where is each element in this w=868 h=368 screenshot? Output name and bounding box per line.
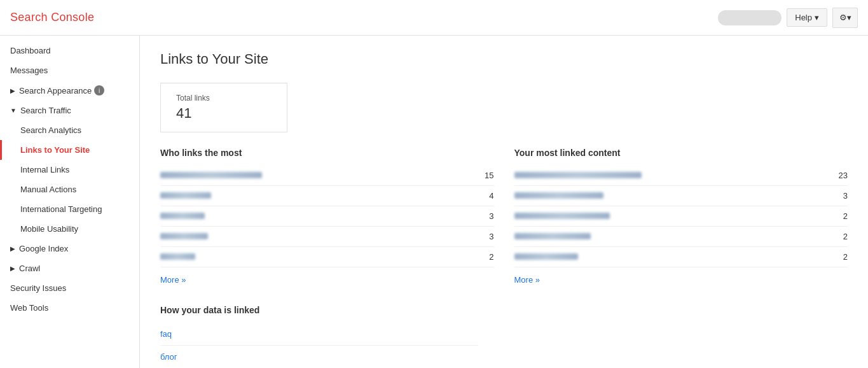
total-links-count: 41	[176, 105, 272, 122]
sidebar-item-google-index[interactable]: ▶ Google Index	[0, 239, 139, 258]
link-count: 4	[479, 191, 494, 201]
more-left-link[interactable]: More »	[160, 275, 186, 285]
link-bar-container	[160, 232, 469, 241]
blurred-link-text	[160, 213, 205, 219]
link-count: 2	[832, 211, 848, 221]
sidebar-item-dashboard[interactable]: Dashboard	[0, 41, 139, 60]
more-right-link[interactable]: More »	[514, 275, 540, 285]
sidebar-item-search-appearance[interactable]: ▶ Search Appearance i	[0, 80, 139, 101]
header-right: Help ▾ ⚙ ▾	[718, 8, 858, 28]
blurred-link-text	[514, 253, 578, 260]
most-linked-column: Your most linked content 23 3 2 2 2 More…	[514, 148, 848, 285]
sidebar-item-internal-links[interactable]: Internal Links	[0, 160, 139, 180]
sidebar: Dashboard Messages ▶ Search Appearance i…	[0, 36, 140, 368]
user-avatar	[718, 10, 782, 25]
arrow-icon: ▶	[10, 265, 15, 272]
link-bar-container	[514, 211, 823, 221]
blurred-link-text	[160, 233, 208, 239]
blurred-link-text	[514, 233, 591, 239]
link-count: 15	[479, 171, 494, 180]
blurred-link-text	[160, 172, 262, 178]
link-count: 3	[479, 211, 494, 221]
most-linked-rows: 23 3 2 2 2	[514, 166, 848, 267]
link-count: 2	[832, 232, 848, 241]
link-bar-container	[160, 252, 469, 262]
link-bar-container	[514, 252, 823, 262]
link-bar-container	[514, 191, 823, 201]
sidebar-item-security-issues[interactable]: Security Issues	[0, 278, 139, 298]
arrow-icon: ▼	[10, 107, 17, 114]
sidebar-item-crawl[interactable]: ▶ Crawl	[0, 258, 139, 278]
total-links-box: Total links 41	[160, 83, 287, 132]
list-item: 3	[160, 227, 494, 247]
list-item: 15	[160, 166, 494, 186]
blurred-link-text	[160, 253, 195, 260]
link-count: 23	[832, 171, 848, 180]
sidebar-item-mobile-usability[interactable]: Mobile Usability	[0, 219, 139, 239]
sidebar-item-messages[interactable]: Messages	[0, 60, 139, 80]
link-bar-container	[160, 211, 469, 221]
who-links-title: Who links the most	[160, 148, 494, 158]
list-item[interactable]: faq	[160, 323, 478, 346]
header-left: Search Console	[10, 11, 94, 24]
page-title: Links to Your Site	[160, 51, 848, 67]
chevron-down-icon: ▾	[815, 13, 819, 22]
link-count: 3	[832, 191, 848, 201]
link-bar-container	[514, 171, 823, 180]
data-items-list: faqблогпро нас	[160, 323, 848, 368]
who-links-rows: 15 4 3 3 2	[160, 166, 494, 267]
list-item: 2	[160, 247, 494, 267]
gear-icon: ⚙	[839, 13, 847, 22]
main-content: Links to Your Site Total links 41 Who li…	[140, 36, 868, 368]
blurred-link-text	[514, 172, 642, 178]
sidebar-item-manual-actions[interactable]: Manual Actions	[0, 180, 139, 199]
list-item: 2	[514, 227, 848, 247]
settings-button[interactable]: ⚙ ▾	[832, 8, 858, 28]
list-item: 2	[514, 206, 848, 227]
app-title: Search Console	[10, 11, 94, 24]
link-count: 3	[479, 232, 494, 241]
sidebar-item-international-targeting[interactable]: International Targeting	[0, 199, 139, 219]
link-bar-container	[514, 232, 823, 241]
blurred-link-text	[514, 192, 603, 199]
link-bar-container	[160, 191, 469, 201]
who-links-column: Who links the most 15 4 3 3 2 More »	[160, 148, 494, 285]
link-bar-container	[160, 171, 469, 180]
sidebar-item-search-traffic[interactable]: ▼ Search Traffic	[0, 101, 139, 120]
sidebar-item-links-to-your-site[interactable]: Links to Your Site	[0, 140, 139, 160]
list-item: 23	[514, 166, 848, 186]
sidebar-item-search-analytics[interactable]: Search Analytics	[0, 120, 139, 140]
arrow-icon: ▶	[10, 87, 15, 94]
header: Search Console Help ▾ ⚙ ▾	[0, 0, 868, 36]
list-item: 4	[160, 186, 494, 206]
arrow-icon: ▶	[10, 245, 15, 252]
layout: Dashboard Messages ▶ Search Appearance i…	[0, 36, 868, 368]
chevron-down-icon: ▾	[847, 13, 851, 22]
sidebar-item-web-tools[interactable]: Web Tools	[0, 298, 139, 318]
list-item: 3	[514, 186, 848, 206]
list-item: 2	[514, 247, 848, 267]
link-count: 2	[832, 252, 848, 262]
info-icon: i	[94, 85, 104, 96]
blurred-link-text	[160, 192, 211, 199]
blurred-link-text	[514, 213, 610, 219]
link-count: 2	[479, 252, 494, 262]
data-section: How your data is linked faqблогпро нас	[160, 305, 848, 368]
list-item: 3	[160, 206, 494, 227]
data-section-title: How your data is linked	[160, 305, 848, 315]
list-item[interactable]: блог	[160, 346, 478, 368]
total-links-label: Total links	[176, 94, 272, 103]
most-linked-title: Your most linked content	[514, 148, 848, 158]
two-column-section: Who links the most 15 4 3 3 2 More »	[160, 148, 848, 285]
help-button[interactable]: Help ▾	[787, 8, 827, 27]
